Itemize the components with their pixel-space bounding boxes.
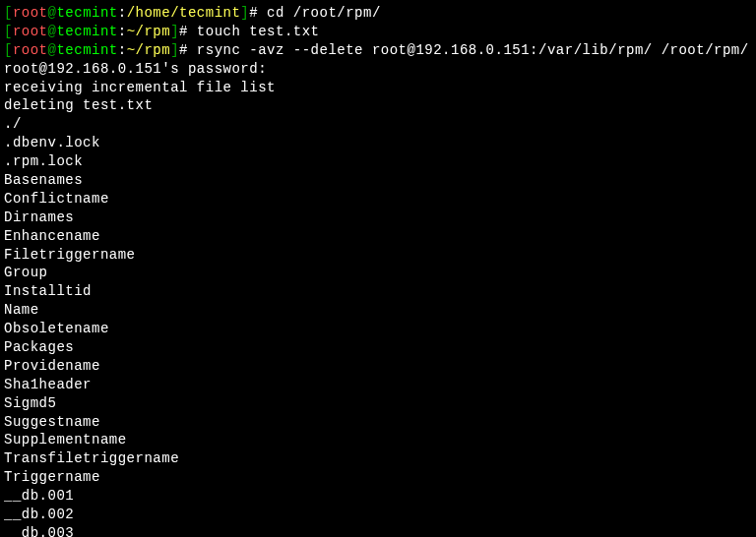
output-line: Supplementname — [4, 431, 752, 449]
output-line: Dirnames — [4, 209, 752, 227]
output-line: Packages — [4, 338, 752, 357]
output-line: deleting test.txt — [4, 96, 752, 115]
bracket-open: [ — [4, 42, 13, 58]
bracket-open: [ — [4, 24, 13, 39]
output-line: Transfiletriggername — [4, 449, 752, 468]
output-line: __db.001 — [4, 487, 752, 506]
output-line: ./ — [4, 115, 752, 134]
bracket-close: ] — [170, 42, 179, 58]
command-text[interactable]: rsync -avz --delete root@192.168.0.151:/… — [188, 42, 749, 58]
output-line: root@192.168.0.151's password: — [4, 60, 752, 79]
prompt-colon: : — [118, 5, 127, 21]
prompt-path: ~/rpm — [127, 24, 171, 39]
prompt-line-2: [root@tecmint:~/rpm]# touch test.txt — [4, 23, 752, 41]
prompt-line-3: [root@tecmint:~/rpm]# rsync -avz --delet… — [4, 41, 752, 60]
output-line: Triggername — [4, 468, 752, 487]
prompt-path: ~/rpm — [127, 42, 171, 58]
prompt-hash: # — [179, 24, 188, 39]
output-line: Basenames — [4, 171, 752, 190]
output-line: Sigmd5 — [4, 394, 752, 413]
output-line: Name — [4, 301, 752, 320]
prompt-host: tecmint — [56, 42, 117, 58]
bracket-close: ] — [170, 24, 179, 39]
output-line: Providename — [4, 357, 752, 376]
bracket-open: [ — [4, 5, 13, 21]
command-text[interactable]: touch test.txt — [188, 24, 320, 39]
output-line: Filetriggername — [4, 246, 752, 265]
output-line: __db.002 — [4, 506, 752, 524]
prompt-colon: : — [118, 42, 127, 58]
output-line: Conflictname — [4, 190, 752, 209]
output-line: Suggestname — [4, 413, 752, 432]
output-line: .dbenv.lock — [4, 134, 752, 152]
output-line: Group — [4, 264, 752, 282]
prompt-user: root — [13, 24, 48, 39]
prompt-colon: : — [118, 24, 127, 39]
prompt-host: tecmint — [56, 24, 117, 39]
prompt-line-1: [root@tecmint:/home/tecmint]# cd /root/r… — [4, 4, 752, 23]
command-text[interactable]: cd /root/rpm/ — [258, 5, 381, 21]
prompt-user: root — [13, 5, 48, 21]
prompt-hash: # — [249, 5, 258, 21]
output-line: Installtid — [4, 282, 752, 301]
prompt-hash: # — [179, 42, 188, 58]
output-line: receiving incremental file list — [4, 79, 752, 97]
output-line: __db.003 — [4, 524, 752, 537]
prompt-host: tecmint — [56, 5, 117, 21]
output-line: .rpm.lock — [4, 152, 752, 171]
prompt-path: /home/tecmint — [127, 5, 241, 21]
bracket-close: ] — [240, 5, 249, 21]
prompt-user: root — [13, 42, 48, 58]
output-line: Obsoletename — [4, 320, 752, 338]
output-line: Sha1header — [4, 376, 752, 394]
output-line: Enhancename — [4, 227, 752, 246]
